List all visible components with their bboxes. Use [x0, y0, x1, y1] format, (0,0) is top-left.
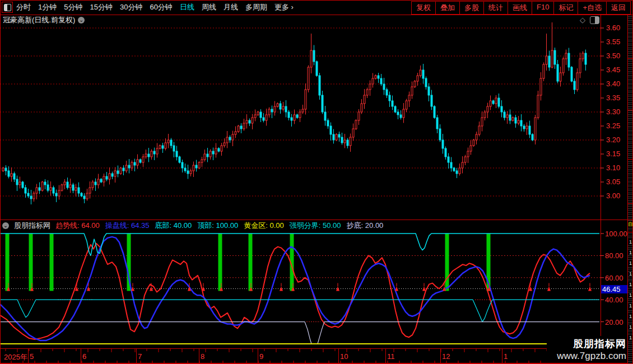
period-menu: 分时1分钟5分钟15分钟30分钟60分钟日线周线月线多周期更多 › — [16, 2, 294, 12]
buy-mark-icon — [395, 287, 398, 291]
toolbar-button-复权[interactable]: 复权 — [411, 1, 436, 15]
diamond-icon[interactable]: ◇ — [580, 16, 585, 24]
price-axis-label: 3.50 — [606, 52, 620, 60]
strip-digit: 1 — [628, 240, 633, 245]
price-axis-label: 3.30 — [606, 108, 620, 116]
indicator-param-黄金区: 黄金区: 0.00 — [244, 221, 284, 231]
indicator-axis-label: 60.00 — [605, 274, 623, 282]
toolbar-button-+自选[interactable]: +自选 — [578, 1, 607, 15]
stock-title-label: 冠豪高新(日线.前复权) — [3, 15, 75, 25]
signal-bar — [50, 234, 54, 291]
price-axis-label: 3.45 — [606, 66, 620, 74]
toolbar-button-F10[interactable]: F10 — [532, 1, 554, 15]
strip-digit: 1 — [628, 250, 633, 255]
price-axis-label: 3.10 — [606, 164, 620, 172]
chart-canvas[interactable] — [0, 0, 633, 364]
month-label: 1 — [504, 352, 508, 361]
watermark-site-name: 股朋指标网 — [557, 337, 626, 351]
indicator-source: 股朋指标网 — [14, 221, 50, 231]
watermark: 股朋指标网 www.7gpzb.com — [547, 336, 627, 363]
indicator-param-操盘线: 操盘线: 64.35 — [105, 221, 150, 231]
month-label: 7 — [138, 352, 142, 361]
indicator-axis-label: 20.00 — [605, 318, 623, 326]
price-axis-label: 3.40 — [606, 80, 620, 88]
price-axis-label: 3.05 — [606, 178, 620, 186]
price-axis-label: 3.20 — [606, 136, 620, 144]
price-axis-label: 3.55 — [606, 38, 620, 46]
buy-mark-icon — [588, 287, 592, 291]
indicator-param-趋势线: 趋势线: 64.00 — [55, 221, 100, 231]
price-axis-label: 3.15 — [606, 150, 620, 158]
strip-digit: 1 — [628, 335, 633, 340]
toolbar-button-多股[interactable]: 多股 — [459, 1, 484, 15]
candles — [2, 22, 587, 204]
indicator-value-badge: 46.45 — [601, 285, 628, 293]
toolbar-buttons: 复权叠加多股统计画线F10标记+自选返回 — [412, 1, 631, 15]
period-tab-日线[interactable]: 日线 — [180, 2, 194, 12]
indicator-axis-label: 100.00 — [605, 230, 627, 238]
month-label: 11 — [387, 352, 395, 361]
month-label: 9 — [259, 352, 263, 361]
strip-digit: 1 — [628, 304, 633, 309]
price-axis-label: 3.25 — [606, 122, 620, 130]
indicator-param-底部: 底部: 40.00 — [155, 221, 192, 231]
signal-bar — [445, 234, 449, 291]
strip-tab-char[interactable]: 自 — [628, 222, 633, 227]
toolbar-button-统计[interactable]: 统计 — [483, 1, 508, 15]
signal-bar — [6, 234, 10, 291]
period-tab-周线[interactable]: 周线 — [202, 2, 216, 12]
price-axis-label: 3.35 — [606, 94, 620, 102]
month-label: 6 — [82, 352, 86, 361]
indicator-param-顶部: 顶部: 100.00 — [197, 221, 238, 231]
strip-digit: 1 — [628, 261, 633, 266]
strip-digit: 1 — [628, 314, 633, 319]
top-toolbar: 分时1分钟5分钟15分钟30分钟60分钟日线周线月线多周期更多 › 复权叠加多股… — [0, 0, 633, 15]
panel-toggle-icon[interactable] — [590, 16, 599, 24]
indicator-line-顶部 — [0, 234, 599, 255]
toolbar-button-返回[interactable]: 返回 — [606, 1, 631, 15]
indicator-chevron-icon[interactable]: ⌄ — [2, 222, 9, 229]
indicator-axis-label: 80.00 — [605, 251, 623, 260]
buy-mark-icon — [422, 287, 426, 291]
period-tab-更多 ›[interactable]: 更多 › — [274, 2, 294, 12]
month-label: 5 — [30, 352, 34, 361]
period-tab-5分钟[interactable]: 5分钟 — [64, 2, 82, 12]
strip-digit: 1 — [628, 272, 633, 277]
price-axis-label: 3.60 — [606, 24, 620, 32]
period-tab-月线[interactable]: 月线 — [224, 2, 238, 12]
indicator-params: 趋势线: 64.00操盘线: 64.35底部: 40.00顶部: 100.00黄… — [55, 221, 383, 231]
indicator-param-抄底: 抄底: 20.00 — [347, 221, 384, 231]
indicator-param-强弱分界: 强弱分界: 50.00 — [290, 221, 341, 231]
signal-bar — [218, 234, 222, 291]
strip-digit: 1 — [628, 282, 633, 287]
period-tab-1分钟[interactable]: 1分钟 — [38, 2, 57, 12]
chevron-down-icon[interactable]: ⌄ — [78, 17, 85, 24]
month-label: 12 — [442, 352, 450, 361]
indicator-axis-label: 40.00 — [605, 296, 623, 304]
year-label: 2025年 — [4, 352, 27, 362]
indicator-header: ⌄ 股朋指标网 趋势线: 64.00操盘线: 64.35底部: 40.00顶部:… — [2, 221, 383, 231]
month-label: 10 — [340, 352, 348, 361]
period-tab-30分钟[interactable]: 30分钟 — [120, 2, 142, 12]
watermark-url: www.7gpzb.com — [557, 351, 626, 362]
toolbar-button-标记[interactable]: 标记 — [553, 1, 578, 15]
period-tab-15分钟[interactable]: 15分钟 — [90, 2, 112, 12]
month-label: 8 — [201, 352, 204, 361]
strip-digit: 1 — [628, 293, 633, 298]
indicator-line-抄底 — [0, 322, 599, 344]
toolbar-button-画线[interactable]: 画线 — [508, 1, 532, 15]
signal-bar — [29, 234, 33, 291]
signal-bar — [249, 234, 253, 291]
period-tab-分时[interactable]: 分时 — [16, 2, 31, 12]
stock-title[interactable]: 冠豪高新(日线.前复权) ⌄ — [3, 15, 85, 25]
price-axis-label: 3.00 — [606, 192, 620, 200]
period-tab-多周期[interactable]: 多周期 — [245, 2, 267, 12]
indicator-line-底部 — [0, 300, 599, 321]
app-window: 分时1分钟5分钟15分钟30分钟60分钟日线周线月线多周期更多 › 复权叠加多股… — [0, 0, 633, 364]
layout-split-icon[interactable] — [2, 2, 13, 13]
right-tab-strip[interactable]: 自1111111111 — [627, 1, 633, 363]
toolbar-button-叠加[interactable]: 叠加 — [435, 1, 460, 15]
buy-mark-icon — [547, 287, 551, 291]
period-tab-60分钟[interactable]: 60分钟 — [150, 2, 172, 12]
strip-digit: 1 — [628, 325, 633, 330]
